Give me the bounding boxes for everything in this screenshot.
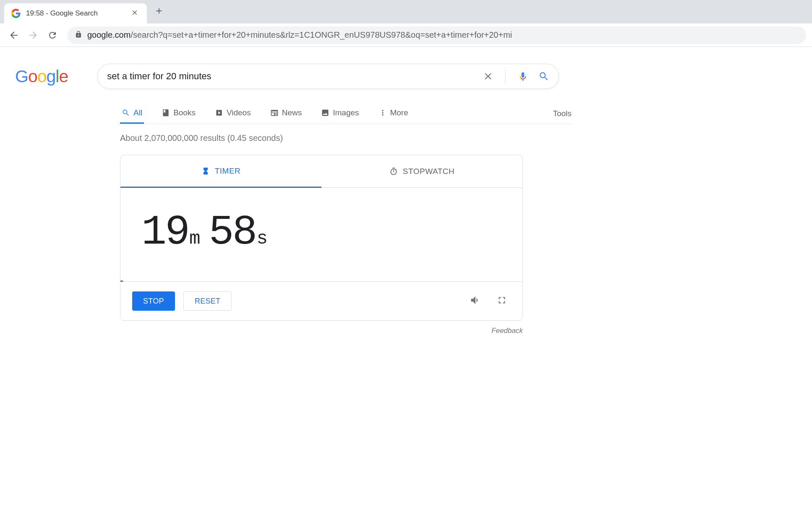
tools-button[interactable]: Tools — [551, 104, 573, 123]
google-search-page: Google All Books — [0, 47, 812, 335]
tab-videos-label: Videos — [227, 108, 251, 117]
tab-more[interactable]: More — [377, 103, 410, 124]
search-box[interactable] — [97, 64, 559, 89]
result-type-tabs: All Books Videos News Images More Tools — [120, 103, 573, 124]
timer-widget: TIMER STOPWATCH 19m58s STOP RESET — [120, 155, 523, 321]
reset-button[interactable]: RESET — [183, 291, 232, 311]
tab-more-label: More — [390, 108, 408, 117]
timer-display[interactable]: 19m58s — [120, 188, 522, 282]
sound-icon[interactable] — [466, 291, 485, 311]
google-favicon-icon — [11, 8, 21, 18]
tab-news-label: News — [282, 108, 302, 117]
tab-books-label: Books — [173, 108, 196, 117]
timer-minutes: 19 — [141, 209, 188, 256]
results-count: About 2,070,000,000 results (0.45 second… — [120, 133, 812, 143]
tab-news[interactable]: News — [269, 103, 304, 124]
timer-seconds: 58 — [209, 209, 256, 256]
timer-tab-stopwatch-label: STOPWATCH — [403, 167, 454, 176]
tab-videos[interactable]: Videos — [213, 103, 253, 124]
tab-bar: 19:58 - Google Search — [0, 0, 812, 23]
forward-icon — [25, 27, 41, 43]
timer-minutes-unit: m — [189, 228, 198, 249]
address-bar[interactable]: google.com/search?q=set+a+timer+for+20+m… — [67, 26, 806, 44]
divider — [505, 70, 506, 83]
tab-images[interactable]: Images — [319, 103, 360, 124]
tab-all-label: All — [133, 108, 142, 117]
timer-tab-timer[interactable]: TIMER — [120, 155, 321, 188]
browser-toolbar: google.com/search?q=set+a+timer+for+20+m… — [0, 23, 812, 47]
tab-images-label: Images — [333, 108, 359, 117]
tab-all[interactable]: All — [120, 103, 144, 124]
clear-icon[interactable] — [483, 71, 493, 82]
stop-button[interactable]: STOP — [132, 291, 175, 311]
back-icon[interactable] — [6, 27, 22, 43]
timer-seconds-unit: s — [256, 228, 266, 249]
tab-books[interactable]: Books — [160, 103, 197, 124]
feedback-link[interactable]: Feedback — [120, 327, 523, 335]
fullscreen-icon[interactable] — [493, 291, 511, 311]
new-tab-icon[interactable] — [154, 6, 164, 17]
timer-progress-bar — [120, 281, 123, 282]
timer-tab-stopwatch[interactable]: STOPWATCH — [321, 155, 522, 188]
reload-icon[interactable] — [44, 27, 60, 43]
browser-chrome: 19:58 - Google Search google.com/search?… — [0, 0, 812, 47]
search-icon[interactable] — [538, 71, 549, 82]
timer-tab-timer-label: TIMER — [215, 166, 241, 176]
tab-title-text: 19:58 - Google Search — [26, 9, 124, 18]
google-logo[interactable]: Google — [15, 67, 68, 86]
url-text: google.com/search?q=set+a+timer+for+20+m… — [87, 30, 512, 40]
tab-close-icon[interactable] — [129, 7, 140, 20]
voice-search-icon[interactable] — [517, 71, 528, 82]
browser-tab[interactable]: 19:58 - Google Search — [4, 3, 147, 23]
lock-icon — [75, 31, 82, 40]
timer-controls: STOP RESET — [120, 282, 522, 320]
search-input[interactable] — [107, 71, 483, 82]
